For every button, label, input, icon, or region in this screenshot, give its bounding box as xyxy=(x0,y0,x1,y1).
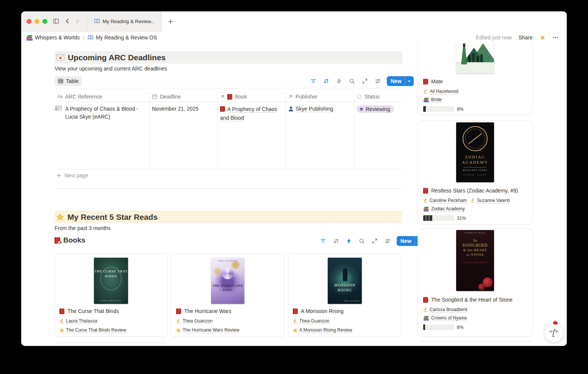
search-icon[interactable] xyxy=(347,77,357,86)
filter-icon[interactable] xyxy=(318,236,328,246)
book-card-monsoon-rising[interactable]: MONSOON RISING THEA GUANZON A Monsoon Ri… xyxy=(288,254,402,337)
review-link[interactable]: The Hurricane Wars Review xyxy=(183,327,239,333)
card-series-row: Crowns of Nyaxia xyxy=(423,315,527,321)
card-authors-row: Caroline Peckham Suzanne Valenti xyxy=(423,198,527,203)
author-link[interactable]: Caroline Peckham xyxy=(430,198,467,203)
progress-row: 8% xyxy=(423,106,527,112)
reading-card-restless-stars[interactable]: ZODIACACADEMY RESTLESS STARS PECKHAM · V… xyxy=(418,120,533,225)
star-icon xyxy=(176,328,181,333)
cell-publisher[interactable]: Skye Publishing xyxy=(286,102,353,113)
series-link[interactable]: Bride xyxy=(431,97,442,103)
books-stack-icon xyxy=(27,35,33,41)
share-button[interactable]: Share xyxy=(519,34,533,41)
books-db-title[interactable]: Books xyxy=(55,236,85,244)
relation-arrow-icon xyxy=(220,94,225,99)
sort-icon[interactable] xyxy=(331,236,341,246)
plus-icon xyxy=(56,173,61,178)
table-new-page-button[interactable]: New page xyxy=(56,172,88,178)
column-header-status[interactable]: Status xyxy=(354,92,402,102)
breadcrumb-workspace[interactable]: Whispers & Worlds xyxy=(27,34,80,41)
settings-sliders-icon[interactable] xyxy=(383,236,392,246)
column-header-arc-reference[interactable]: Aa ARC Reference xyxy=(55,92,149,102)
status-badge[interactable]: Reviewing xyxy=(357,105,394,113)
writing-hand-icon xyxy=(293,319,297,324)
bolt-icon[interactable] xyxy=(334,77,344,86)
link-arrow-icon xyxy=(58,241,62,245)
star-icon xyxy=(56,213,64,221)
breadcrumb-separator: / xyxy=(83,34,84,41)
new-tab-button[interactable] xyxy=(166,17,175,27)
expand-icon[interactable] xyxy=(370,236,379,246)
card-title: The Hurricane Wars xyxy=(176,307,279,315)
book-card-hurricane-wars[interactable]: THEA GUANZON THE HURRICANE WARS The Hurr… xyxy=(171,254,284,337)
forward-button[interactable] xyxy=(72,16,82,26)
back-button[interactable] xyxy=(63,16,72,26)
reading-card-songbird[interactable]: CROWNS OF NYAXIA The SONGBIRD & the HEAR… xyxy=(418,228,533,336)
author-link[interactable]: Carissa Broadbent xyxy=(430,307,467,313)
author-link[interactable]: Ali Hazelwood xyxy=(430,89,458,94)
breadcrumb-page[interactable]: My Reading & Review OS xyxy=(88,34,157,41)
review-link[interactable]: A Monsoon Rising Review xyxy=(299,327,352,333)
column-header-book[interactable]: Book xyxy=(217,92,286,102)
cell-status[interactable]: Reviewing xyxy=(354,102,402,113)
review-link[interactable]: The Curse That Binds Review xyxy=(66,327,126,333)
card-author-row: Ali Hazelwood xyxy=(423,89,527,94)
search-icon[interactable] xyxy=(357,236,366,246)
card-author-row: Thea Guanzon xyxy=(176,318,279,324)
close-window-button[interactable] xyxy=(27,19,31,24)
love-letter-icon xyxy=(56,54,64,61)
cell-deadline[interactable]: November 21, 2025 xyxy=(149,102,217,113)
red-book-icon xyxy=(176,308,181,314)
sidebar-toggle-icon xyxy=(53,18,59,24)
five-star-heading: My Recent 5 Star Reads xyxy=(55,211,402,223)
reading-new-page-button[interactable]: New page xyxy=(418,341,533,346)
workspace-name: Whispers & Worlds xyxy=(35,34,80,41)
arc-toolbar: New xyxy=(308,76,414,86)
author-link[interactable]: Thea Guanzon xyxy=(183,318,213,324)
cell-book[interactable]: A Prophecy of Chaos and Blood xyxy=(217,102,285,122)
card-title: The Curse That Binds xyxy=(59,307,163,315)
author-link[interactable]: Suzanne Valenti xyxy=(477,198,510,203)
expand-icon[interactable] xyxy=(360,77,369,86)
card-title: A Monsoon Rising xyxy=(293,307,397,315)
author-link[interactable]: Laura Thalassa xyxy=(66,318,97,324)
filter-icon[interactable] xyxy=(308,77,318,86)
book-relation-link[interactable]: A Prophecy of Chaos and Blood xyxy=(220,106,277,121)
progress-bar xyxy=(423,106,454,112)
card-review-row: A Monsoon Rising Review xyxy=(293,327,397,333)
tab-my-reading-review[interactable]: My Reading & Review... xyxy=(87,11,162,31)
ai-face-icon xyxy=(548,327,560,338)
publisher-relation-link[interactable]: Skye Publishing xyxy=(296,106,333,112)
cover-zone: THE CURSE THAT BINDS LAURA THALASSA xyxy=(55,254,167,304)
writing-hand-icon xyxy=(176,319,181,324)
card-author-row: Laura Thalassa xyxy=(59,318,163,324)
sort-icon[interactable] xyxy=(321,77,331,86)
series-link[interactable]: Zodiac Academy xyxy=(431,206,465,212)
book-card-curse-that-binds[interactable]: THE CURSE THAT BINDS LAURA THALASSA The … xyxy=(55,254,167,337)
column-header-deadline[interactable]: Deadline xyxy=(149,92,217,102)
new-button[interactable]: New xyxy=(387,76,414,86)
minimize-window-button[interactable] xyxy=(34,19,39,24)
sidebar-toggle-button[interactable] xyxy=(51,16,61,26)
favorite-star-icon[interactable] xyxy=(540,34,546,41)
bolt-icon[interactable] xyxy=(344,236,353,246)
progress-row: 6% xyxy=(423,324,527,330)
notion-ai-button[interactable] xyxy=(544,323,563,342)
new-button-label: New xyxy=(387,78,405,84)
series-link[interactable]: Crowns of Nyaxia xyxy=(431,315,467,321)
arc-section-title: Upcoming ARC Deadlines xyxy=(68,53,166,62)
page-content: Upcoming ARC Deadlines View your upcomin… xyxy=(21,44,567,346)
open-book-icon xyxy=(94,18,100,24)
table-line xyxy=(55,169,402,169)
book-card-partial[interactable] xyxy=(55,343,167,346)
zoom-window-button[interactable] xyxy=(42,19,47,24)
new-button-dropdown[interactable] xyxy=(405,76,414,86)
author-link[interactable]: Thea Guanzon xyxy=(299,318,329,324)
screen: My Reading & Review... Whispers & Worlds… xyxy=(0,0,588,374)
more-options-icon[interactable] xyxy=(552,34,558,41)
reading-card-mate[interactable]: Mate Ali Hazelwood Bride 8% xyxy=(418,44,533,115)
view-tab-table[interactable]: Table xyxy=(55,76,82,86)
column-header-publisher[interactable]: Publisher xyxy=(286,92,354,102)
cell-arc-reference[interactable]: A Prophecy of Chaos & Blood - Lucia Skye… xyxy=(55,102,149,121)
settings-sliders-icon[interactable] xyxy=(373,77,382,86)
